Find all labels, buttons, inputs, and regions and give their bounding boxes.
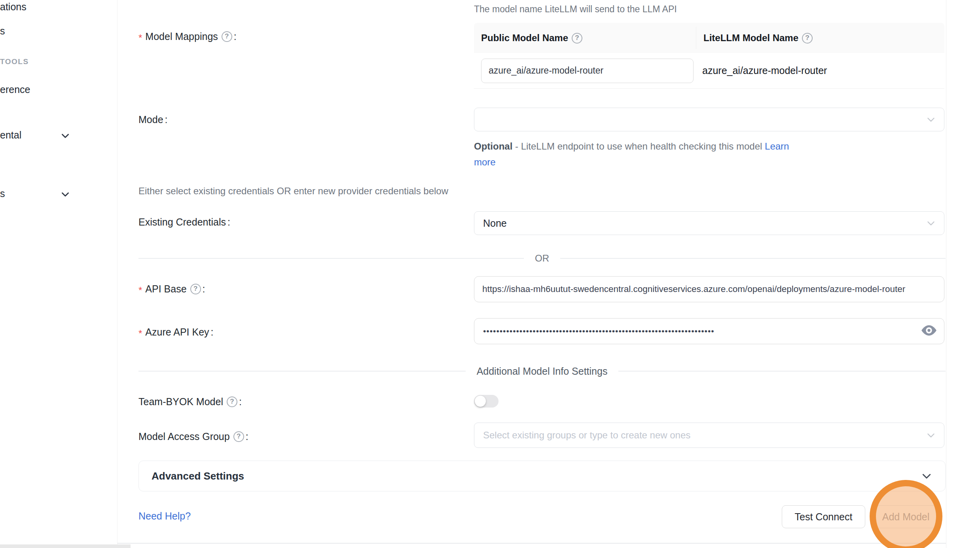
advanced-settings-panel[interactable]: Advanced Settings [138,461,946,491]
model-mappings-label: * Model Mappings ? : [138,30,237,43]
sidebar-section-tools: TOOLS [0,57,29,66]
existing-credentials-value: None [483,218,507,229]
mode-help-text: Optional - LiteLLM endpoint to use when … [474,138,798,170]
team-byok-toggle[interactable] [474,395,499,408]
column-header-public-model-name: Public Model Name ? [474,27,696,49]
table-header-row: Public Model Name ? LiteLLM Model Name ? [474,23,944,53]
azure-api-key-input[interactable] [474,318,944,344]
sidebar-item-settings[interactable]: s [0,188,5,199]
add-model-page: ations s TOOLS erence ental s The model … [0,0,980,548]
help-question-icon[interactable]: ? [222,31,232,42]
toggle-knob [475,396,486,407]
chevron-down-icon [926,114,936,125]
eye-icon [921,332,937,338]
required-asterisk: * [138,327,142,340]
toggle-password-visibility-button[interactable] [921,324,937,338]
litellm-model-name-help: The model name LiteLLM will send to the … [474,3,677,15]
help-question-icon[interactable]: ? [227,396,237,407]
chevron-down-icon [926,218,936,228]
card-right-border [946,0,946,548]
api-base-label: * API Base ? : [138,283,205,295]
advanced-settings-title: Advanced Settings [152,470,244,482]
chevron-down-icon [921,470,933,482]
sidebar-item-reference[interactable]: erence [0,83,30,95]
additional-model-info-divider: Additional Model Info Settings [138,366,946,376]
litellm-model-name-value: azure_ai/azure-model-router [696,65,944,76]
existing-credentials-label: Existing Credentials: [138,216,230,228]
chevron-down-icon[interactable] [60,131,70,141]
credentials-note: Either select existing credentials OR en… [138,185,448,197]
chevron-down-icon [926,430,936,440]
help-question-icon[interactable]: ? [572,33,582,44]
chevron-down-icon[interactable] [60,189,70,199]
sidebar-item-experimental[interactable]: ental [0,129,21,141]
mode-select[interactable] [474,108,944,131]
required-asterisk: * [138,32,142,44]
table-row: azure_ai/azure-model-router [474,53,944,89]
model-mappings-table: Public Model Name ? LiteLLM Model Name ?… [474,23,944,89]
existing-credentials-select[interactable]: None [474,211,944,235]
help-question-icon[interactable]: ? [190,284,201,294]
azure-api-key-field [474,318,944,344]
model-access-group-select[interactable]: Select existing groups or type to create… [474,423,944,448]
api-base-input[interactable] [474,276,944,302]
sidebar-item-users[interactable]: s [0,25,5,37]
azure-api-key-label: * Azure API Key: [138,326,214,338]
model-access-group-placeholder: Select existing groups or type to create… [483,430,690,441]
team-byok-label: Team-BYOK Model ? : [138,395,242,408]
column-header-litellm-model-name: LiteLLM Model Name ? [696,32,944,44]
help-question-icon[interactable]: ? [802,33,813,44]
sidebar: ations s TOOLS erence ental s [0,0,118,548]
public-model-name-input[interactable] [481,59,694,83]
or-divider: OR [138,253,946,264]
sidebar-bottom-strip [0,544,131,548]
model-access-group-label: Model Access Group ? : [138,430,248,443]
help-question-icon[interactable]: ? [233,431,244,442]
add-model-button[interactable]: Add Model [874,505,938,528]
sidebar-item-organizations[interactable]: ations [0,1,27,13]
card-bottom-divider [118,543,946,544]
need-help-link[interactable]: Need Help? [138,510,191,522]
required-asterisk: * [138,284,142,297]
test-connect-button[interactable]: Test Connect [782,505,865,528]
mode-label: Mode: [138,113,168,126]
